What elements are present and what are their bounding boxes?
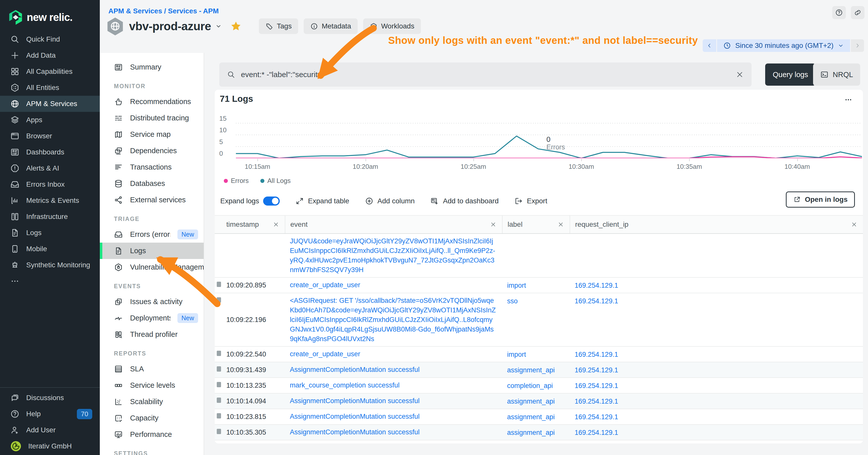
legend-errors[interactable]: Errors [224,177,249,185]
label-link[interactable]: completion_api [507,381,553,390]
subnav-item-issues-activity[interactable]: Issues & activity [100,293,204,310]
sidebar-item-discussions[interactable]: Discussions [0,390,100,406]
table-row[interactable]: 10:10:14.094AssignmentCompletionMutation… [215,393,863,409]
sidebar-item-apps[interactable]: Apps [0,112,100,128]
subnav-item-scalability[interactable]: Scalability [100,393,204,410]
time-range-button[interactable]: Since 30 minutes ago (GMT+2) [717,39,850,52]
row-marker[interactable] [217,382,221,387]
ellipsis-menu-icon[interactable] [844,95,853,104]
subnav-item-distributed-tracing[interactable]: Distributed tracing [100,110,204,126]
sidebar-item-iterativ-gmbh[interactable]: Iterativ GmbH [0,438,100,454]
row-marker[interactable] [217,366,221,371]
query-logs-button[interactable]: Query logs [765,64,815,86]
sidebar-item-apm-services[interactable]: APM & Services [0,96,100,112]
clear-search-icon[interactable] [736,70,744,79]
sidebar-item-errors-inbox[interactable]: Errors Inbox [0,176,100,193]
sidebar-item-alerts-ai[interactable]: Alerts & AI [0,160,100,176]
help-button[interactable] [832,6,846,19]
metadata-button[interactable]: Metadata [304,19,358,34]
subnav-item-dependencies[interactable]: Dependencies [100,142,204,159]
label-link[interactable]: assignment_api [507,365,555,375]
add-column-button[interactable]: Add column [365,197,415,205]
column-header-timestamp[interactable]: timestamp [215,216,285,233]
event-link[interactable]: AssignmentCompletionMutation successful [290,366,420,373]
legend-all-logs[interactable]: All Logs [260,177,291,185]
label-link[interactable]: sso [507,296,518,306]
tags-button[interactable]: Tags [259,19,298,34]
sidebar-item-add-user[interactable]: Add User [0,422,100,438]
event-link[interactable]: AssignmentCompletionMutation successful [290,428,420,436]
ip-link[interactable]: 169.254.129.1 [575,281,618,290]
time-forward-button[interactable] [851,39,864,52]
table-row[interactable]: 10:09:22.196<ASGIRequest: GET '/sso/call… [215,293,863,347]
event-link[interactable]: <ASGIRequest: GET '/sso/callback/?state=… [290,297,496,343]
subnav-item-external-services[interactable]: External services [100,192,204,208]
chevron-down-icon[interactable] [215,23,222,30]
row-marker[interactable] [217,397,221,403]
breadcrumb-apm-services[interactable]: APM & Services [108,7,162,15]
subnav-item-logs[interactable]: Logs [100,242,204,259]
table-row[interactable]: 10:10:23.815AssignmentCompletionMutation… [215,409,863,425]
expand-logs-toggle[interactable] [263,196,280,205]
event-link[interactable]: mark_course_completion successful [290,382,400,389]
label-link[interactable]: import [507,281,526,290]
nrql-button[interactable]: NRQL [813,64,860,86]
workloads-button[interactable]: Workloads [363,19,421,34]
subnav-item-vulnerability-management[interactable]: Vulnerability Management [100,259,204,275]
ip-link[interactable]: 169.254.129.1 [575,381,618,390]
remove-column-icon[interactable] [851,221,858,228]
remove-column-icon[interactable] [490,221,496,228]
ip-link[interactable]: 169.254.129.1 [575,428,618,437]
label-link[interactable]: assignment_api [507,396,555,406]
sidebar-item-mobile[interactable]: Mobile [0,241,100,257]
sidebar-item-quick-find[interactable]: Quick Find [0,31,100,47]
subnav-item-summary[interactable]: Summary [100,59,204,75]
event-link[interactable]: JUQVU&code=eyJraWQiOiJjcGltY29yZV8wOTI1M… [290,237,495,273]
sidebar-item-add-data[interactable]: Add Data [0,47,100,64]
ip-link[interactable]: 169.254.129.1 [575,296,618,306]
remove-column-icon[interactable] [558,221,564,228]
table-row[interactable]: JUQVU&code=eyJraWQiOiJjcGltY29yZV8wOTI1M… [215,234,863,278]
ip-link[interactable]: 169.254.129.1 [575,396,618,406]
sidebar-item-metrics-events[interactable]: Metrics & Events [0,193,100,208]
label-link[interactable]: assignment_api [507,428,555,437]
open-in-logs-button[interactable]: Open in logs [786,192,855,207]
row-marker[interactable] [217,429,221,434]
column-header-request-client-ip[interactable]: request_client_ip [569,216,863,233]
subnav-item-thread-profiler[interactable]: Thread profiler [100,326,204,343]
label-link[interactable]: import [507,350,526,359]
export-button[interactable]: Export [515,197,548,205]
subnav-item-deployments[interactable]: DeploymentsNew [100,310,204,326]
sidebar-item-infrastructure[interactable]: Infrastructure [0,208,100,225]
sidebar-item-item[interactable] [0,273,100,289]
subnav-item-errors-errors-inb[interactable]: Errors (errors inb...New [100,226,204,242]
table-row[interactable]: 10:10:13.235mark_course_completion succe… [215,378,863,393]
event-link[interactable]: AssignmentCompletionMutation successful [290,413,420,420]
subnav-item-capacity[interactable]: Capacity [100,410,204,426]
subnav-item-transactions[interactable]: Transactions [100,159,204,175]
event-link[interactable]: AssignmentCompletionMutation successful [290,397,420,404]
sidebar-item-synthetic-monitoring[interactable]: Synthetic Monitoring [0,257,100,273]
sidebar-item-browser[interactable]: Browser [0,128,100,144]
subnav-item-databases[interactable]: Databases [100,175,204,192]
sidebar-item-logs[interactable]: Logs [0,225,100,241]
row-marker[interactable] [217,351,221,356]
sidebar-item-all-capabilities[interactable]: All Capabilities [0,64,100,79]
table-row[interactable]: 10:10:44.066AssignmentCompletionMutation… [215,441,863,444]
row-marker[interactable] [217,413,221,419]
event-link[interactable]: create_or_update_user [290,281,360,289]
table-row[interactable]: 10:09:31.439AssignmentCompletionMutation… [215,362,863,378]
label-link[interactable]: assignment_api [507,412,555,422]
subnav-item-sla[interactable]: SLA [100,361,204,377]
time-back-button[interactable] [703,39,716,52]
ip-link[interactable]: 169.254.129.1 [575,350,618,359]
table-row[interactable]: 10:09:22.540create_or_update_userimport1… [215,347,863,362]
expand-table-button[interactable]: Expand table [296,197,349,205]
sidebar-item-dashboards[interactable]: Dashboards [0,144,100,160]
entity-title[interactable]: vbv-prod-azure [129,20,211,33]
new-relic-logo[interactable]: new relic. [8,9,72,25]
table-row[interactable]: 10:09:20.895create_or_update_userimport1… [215,278,863,293]
event-link[interactable]: create_or_update_user [290,350,360,358]
column-header-label[interactable]: label [502,216,569,233]
subnav-item-service-levels[interactable]: Service levels [100,377,204,393]
